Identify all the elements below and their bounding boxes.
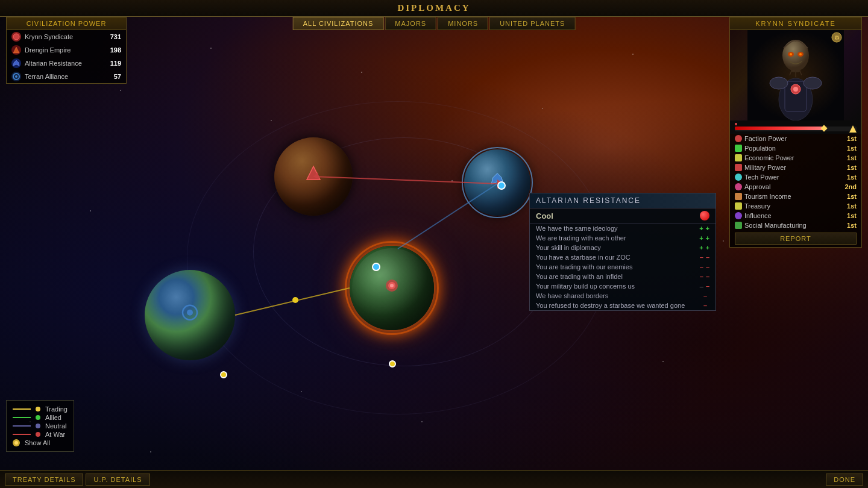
reason-refused: You refused to destroy a starbase we wan…	[530, 301, 715, 310]
reason-infidel-right: –	[706, 273, 709, 280]
reason-enemies-left: –	[700, 263, 703, 271]
krynn-portrait: ⚙	[730, 30, 861, 120]
reason-enemies-text: You are trading with our enemies	[536, 263, 697, 271]
stat-faction-power: Faction Power 1st	[730, 134, 861, 143]
reason-enemies-right: –	[706, 263, 709, 271]
reason-military: Your military build up concerns us – –	[530, 281, 715, 291]
at-war-label: At War	[45, 431, 65, 438]
main-trade-node	[389, 360, 396, 368]
stat-military-power: Military Power 1st	[730, 163, 861, 172]
civ-row-terran[interactable]: Terran Alliance 57	[7, 70, 126, 83]
up-details-button[interactable]: U.P. Details	[86, 474, 149, 486]
stat-social-manufacturing: Social Manufacturing 1st	[730, 221, 861, 230]
reason-starbase-zoc: You have a starbase in our ZOC – –	[530, 252, 715, 262]
done-button[interactable]: Done	[826, 474, 863, 486]
planet-drengin[interactable]	[274, 137, 353, 216]
social-manufacturing-name: Social Manufacturing	[744, 222, 844, 229]
altarian-selection-ring	[462, 147, 533, 218]
influence-icon	[735, 212, 742, 219]
planet-main-krynn[interactable]	[350, 246, 434, 330]
stat-treasury: Treasury 1st	[730, 201, 861, 211]
tab-all-civilizations[interactable]: All Civilizations	[293, 17, 384, 30]
civ-row-krynn[interactable]: Krynn Syndicate 731	[7, 30, 126, 43]
approval-rank: 2nd	[844, 183, 857, 190]
svg-point-26	[799, 53, 802, 55]
reason-trading-right: +	[706, 234, 709, 242]
tab-majors[interactable]: Majors	[385, 17, 436, 30]
reason-ideology: We have the same ideology + +	[530, 224, 715, 233]
legend-at-war: At War	[13, 431, 68, 438]
treasury-rank: 1st	[847, 202, 857, 210]
drengin-planet-badge	[305, 164, 322, 184]
terran-name: Terran Alliance	[25, 73, 110, 80]
tab-united-planets[interactable]: United Planets	[489, 17, 575, 30]
reason-starbase-left: –	[700, 254, 703, 261]
reason-ideology-right: +	[706, 225, 709, 232]
allied-dot	[36, 415, 40, 420]
reason-borders-text: We have shared borders	[536, 292, 701, 299]
military-power-name: Military Power	[744, 164, 844, 171]
reason-military-left: –	[700, 283, 703, 290]
civ-row-altarian[interactable]: Altarian Resistance 119	[7, 57, 126, 70]
population-icon	[735, 145, 742, 152]
neutral-line	[13, 425, 31, 427]
treaty-details-button[interactable]: Treaty Details	[5, 474, 83, 486]
stat-tourism-income: Tourism Income 1st	[730, 192, 861, 201]
report-button[interactable]: Report	[735, 233, 857, 245]
main-planet-glow	[345, 241, 439, 335]
show-all-checkbox[interactable]	[13, 439, 20, 446]
tourism-income-name: Tourism Income	[744, 193, 844, 200]
faction-power-rank: 1st	[847, 135, 857, 142]
bottom-bar: Treaty Details U.P. Details Done	[0, 470, 868, 488]
faction-power-icon	[735, 135, 742, 142]
svg-point-20	[804, 77, 822, 89]
legend-show-all[interactable]: Show All	[13, 439, 68, 446]
legend-panel: Trading Allied Neutral At War Show All	[6, 400, 74, 452]
svg-line-5	[235, 288, 350, 315]
reason-diplomacy: Your skill in diplomacy + +	[530, 243, 715, 252]
altarian-tooltip: Altarian Resistance Cool We have the sam…	[529, 193, 716, 311]
krynn-icon	[11, 32, 21, 42]
bar-indicator	[735, 123, 737, 125]
stat-tech-power: Tech Power 1st	[730, 172, 861, 182]
svg-point-22	[782, 40, 809, 71]
population-rank: 1st	[847, 145, 857, 152]
reason-ideology-text: We have the same ideology	[536, 225, 697, 232]
civ-row-drengin[interactable]: Drengin Empire 198	[7, 43, 126, 57]
reason-trading-left: +	[699, 234, 703, 242]
social-manufacturing-icon	[735, 222, 742, 229]
planet-altarian[interactable]	[464, 149, 530, 216]
bar-marker	[849, 125, 857, 133]
reason-borders: We have shared borders –	[530, 291, 715, 301]
tab-minors[interactable]: Minors	[438, 17, 488, 30]
svg-marker-1	[13, 47, 19, 53]
main-connection-node	[372, 263, 380, 271]
drengin-name: Drengin Empire	[25, 46, 107, 54]
reason-starbase-right: –	[706, 254, 709, 261]
tourism-income-rank: 1st	[847, 193, 857, 200]
svg-point-19	[770, 77, 788, 89]
planet-terran[interactable]	[145, 270, 235, 360]
treasury-icon	[735, 202, 742, 210]
svg-point-3	[15, 75, 17, 78]
civilization-power-panel: Civilization Power Krynn Syndicate 731 D…	[6, 17, 127, 84]
krynn-figure-svg: ⚙	[747, 30, 844, 120]
reason-enemies: You are trading with our enemies – –	[530, 262, 715, 272]
krynn-syndicate-panel: Krynn Syndicate	[729, 17, 862, 248]
trading-line	[13, 408, 31, 410]
reason-borders-left: –	[703, 292, 707, 299]
influence-rank: 1st	[847, 212, 857, 219]
svg-point-25	[790, 53, 792, 55]
military-power-rank: 1st	[847, 164, 857, 171]
tech-power-icon	[735, 174, 742, 181]
tooltip-mood-row: Cool	[530, 208, 715, 224]
reason-military-right: –	[706, 283, 709, 290]
altarian-name: Altarian Resistance	[25, 60, 107, 67]
krynn-panel-title: Krynn Syndicate	[730, 17, 861, 30]
treasury-name: Treasury	[744, 202, 844, 210]
reason-starbase-text: You have a starbase in our ZOC	[536, 254, 697, 261]
health-bar-container	[730, 120, 861, 134]
terran-trade-node	[220, 371, 227, 378]
legend-allied: Allied	[13, 414, 68, 421]
svg-marker-10	[307, 166, 320, 180]
